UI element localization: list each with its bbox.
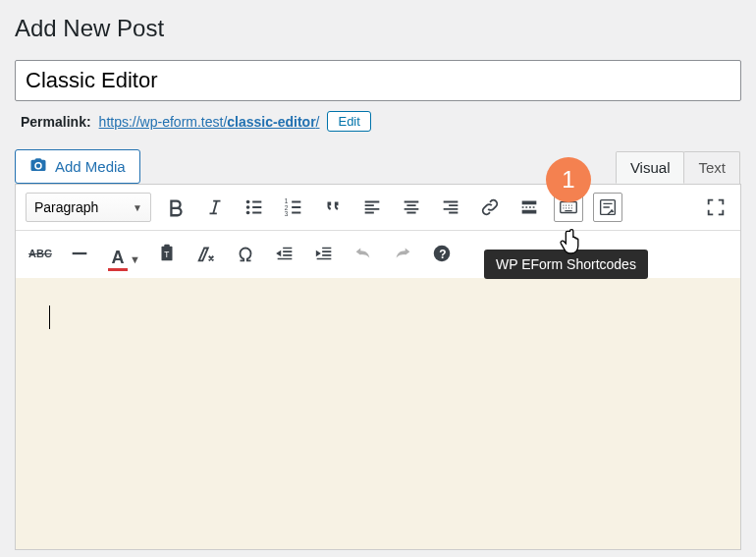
text-color-button[interactable]: A ▼ xyxy=(104,239,142,268)
special-char-button[interactable] xyxy=(231,239,260,268)
hand-cursor-icon xyxy=(559,228,586,257)
align-right-button[interactable] xyxy=(436,193,465,222)
italic-button[interactable] xyxy=(200,193,230,222)
permalink-label: Permalink: xyxy=(21,114,91,130)
text-color-letter: A xyxy=(108,248,128,268)
read-more-button[interactable] xyxy=(514,193,544,222)
format-select-label: Paragraph xyxy=(34,199,98,215)
post-title-input[interactable] xyxy=(15,60,741,101)
permalink-row: Permalink: https://wp-eform.test/classic… xyxy=(21,111,741,132)
fullscreen-button[interactable] xyxy=(701,193,730,222)
bold-button[interactable] xyxy=(161,193,190,222)
svg-point-1 xyxy=(246,205,250,209)
media-icon xyxy=(29,156,47,177)
editor-tabs: Visual Text xyxy=(617,151,740,184)
strikethrough-button[interactable]: ABC xyxy=(26,239,55,268)
help-button[interactable]: ? xyxy=(427,239,457,268)
add-media-label: Add Media xyxy=(55,158,126,175)
svg-rect-9 xyxy=(164,245,170,249)
horizontal-rule-button[interactable] xyxy=(65,239,94,268)
svg-point-0 xyxy=(246,200,250,204)
permalink-base: https://wp-eform.test/ xyxy=(99,114,228,130)
svg-text:T: T xyxy=(164,251,169,259)
redo-button[interactable] xyxy=(388,239,417,268)
add-media-button[interactable]: Add Media xyxy=(15,149,140,184)
undo-button[interactable] xyxy=(349,239,378,268)
svg-text:3: 3 xyxy=(285,210,289,217)
bullet-list-button[interactable] xyxy=(240,193,269,222)
permalink-trail: / xyxy=(316,114,320,130)
indent-button[interactable] xyxy=(309,239,339,268)
numbered-list-button[interactable]: 123 xyxy=(279,193,308,222)
format-select[interactable]: Paragraph xyxy=(26,193,151,222)
permalink-slug: classic-editor xyxy=(227,114,315,130)
editor-container: Paragraph 123 xyxy=(15,184,741,550)
tab-visual[interactable]: Visual xyxy=(616,151,685,184)
align-left-button[interactable] xyxy=(357,193,387,222)
align-center-button[interactable] xyxy=(397,193,426,222)
eform-shortcodes-button[interactable] xyxy=(593,193,622,222)
svg-text:?: ? xyxy=(439,248,446,261)
svg-point-2 xyxy=(246,211,250,215)
clear-format-button[interactable] xyxy=(191,239,221,268)
text-cursor xyxy=(49,306,50,329)
outdent-button[interactable] xyxy=(270,239,299,268)
text-color-dropdown-icon: ▼ xyxy=(130,253,140,268)
blockquote-button[interactable] xyxy=(318,193,348,222)
permalink-url[interactable]: https://wp-eform.test/classic-editor/ xyxy=(99,114,320,130)
toolbar-row-1: Paragraph 123 xyxy=(16,185,740,231)
editor-canvas[interactable] xyxy=(16,278,740,549)
callout-1: 1 xyxy=(546,157,591,202)
paste-button[interactable]: T xyxy=(152,239,182,268)
link-button[interactable] xyxy=(475,193,505,222)
tab-text[interactable]: Text xyxy=(683,151,740,184)
permalink-edit-button[interactable]: Edit xyxy=(327,111,370,132)
page-heading: Add New Post xyxy=(15,15,741,42)
